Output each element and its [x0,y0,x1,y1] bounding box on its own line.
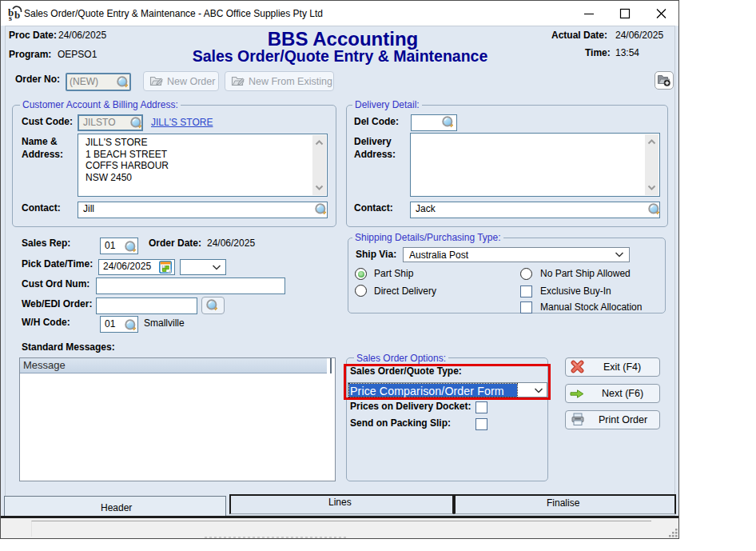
svg-text:s: s [9,14,12,21]
svg-text:b: b [14,9,20,21]
